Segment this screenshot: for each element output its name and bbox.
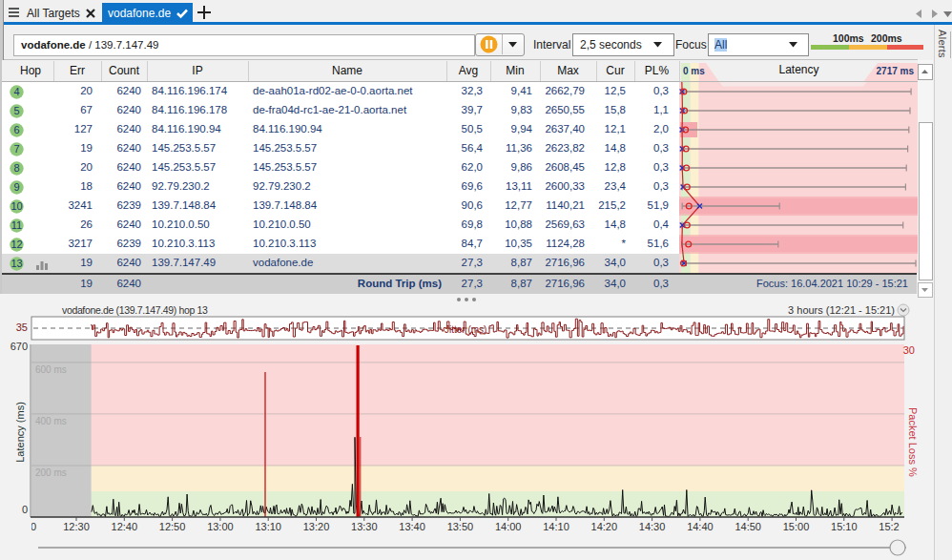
svg-text:400 ms: 400 ms xyxy=(35,416,67,426)
svg-text:14:40: 14:40 xyxy=(687,521,714,532)
svg-text:0: 0 xyxy=(22,504,28,515)
svg-text:13:40: 13:40 xyxy=(399,521,425,532)
svg-text:13: 13 xyxy=(10,258,22,269)
svg-text:12:30: 12:30 xyxy=(63,521,90,532)
svg-text:13:50: 13:50 xyxy=(447,521,474,532)
svg-text:10: 10 xyxy=(10,200,22,212)
svg-text:5: 5 xyxy=(13,105,19,116)
svg-text:12:40: 12:40 xyxy=(112,521,138,532)
svg-text:35: 35 xyxy=(16,321,28,333)
svg-text:Jitter (ms): Jitter (ms) xyxy=(445,324,486,335)
svg-text:9: 9 xyxy=(13,181,19,193)
svg-text:13:10: 13:10 xyxy=(255,521,281,532)
svg-text:8: 8 xyxy=(13,162,19,174)
svg-text:Packet Loss %: Packet Loss % xyxy=(907,407,919,477)
svg-text:13:20: 13:20 xyxy=(303,521,330,532)
svg-text:14:10: 14:10 xyxy=(543,521,569,532)
svg-text:30: 30 xyxy=(903,344,915,356)
svg-text:12: 12 xyxy=(10,239,22,250)
svg-text:670: 670 xyxy=(10,341,28,352)
svg-text:12:50: 12:50 xyxy=(159,521,186,532)
svg-text:Latency (ms): Latency (ms) xyxy=(14,402,26,463)
svg-text:14:00: 14:00 xyxy=(495,521,522,532)
svg-text:11: 11 xyxy=(11,219,22,231)
svg-text:15:00: 15:00 xyxy=(783,521,810,532)
svg-text:14:50: 14:50 xyxy=(735,521,761,532)
svg-text:3 hours (12:21 - 15:21): 3 hours (12:21 - 15:21) xyxy=(788,304,895,316)
svg-text:13:00: 13:00 xyxy=(207,521,234,532)
svg-text:200 ms: 200 ms xyxy=(35,467,67,478)
svg-text:7: 7 xyxy=(13,143,19,155)
svg-text:14:30: 14:30 xyxy=(639,521,666,532)
svg-text:6: 6 xyxy=(13,124,19,135)
svg-text:4: 4 xyxy=(13,86,19,97)
svg-text:vodafone.de (139.7.147.49) hop: vodafone.de (139.7.147.49) hop 13 xyxy=(62,304,208,316)
svg-text:15:10: 15:10 xyxy=(831,521,858,532)
svg-text:600 ms: 600 ms xyxy=(35,364,67,375)
svg-text:14:20: 14:20 xyxy=(591,521,618,532)
svg-text:13:30: 13:30 xyxy=(351,521,378,532)
